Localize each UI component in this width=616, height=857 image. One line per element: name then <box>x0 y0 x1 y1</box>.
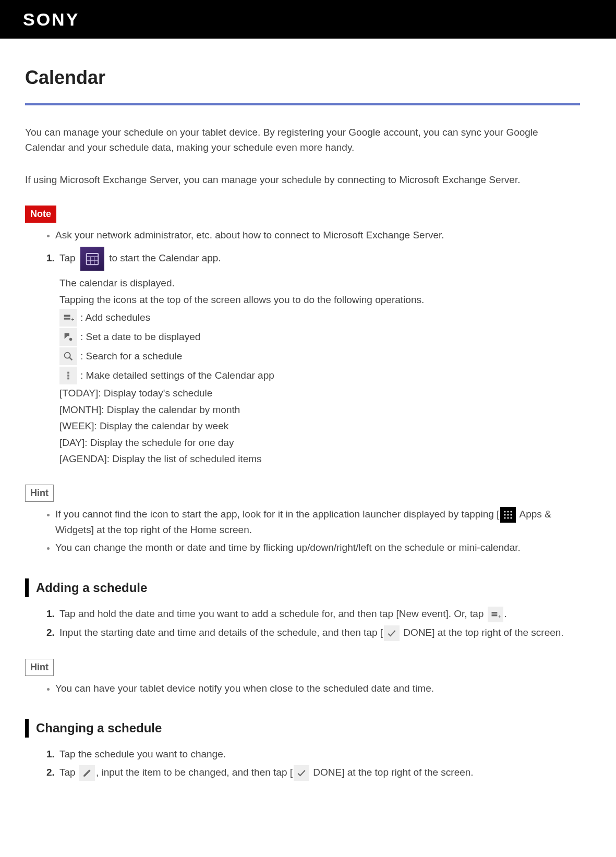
search-icon <box>59 347 77 365</box>
view-day: [DAY]: Display the schedule for one day <box>59 436 580 451</box>
icon-row-search-text: : Search for a schedule <box>80 349 182 364</box>
add-hint-item: You can have your tablet device notify y… <box>55 681 580 696</box>
step-1-text-pre: Tap <box>59 252 78 263</box>
svg-rect-12 <box>67 372 69 374</box>
adding-steps: Tap and hold the date and time you want … <box>25 607 580 641</box>
svg-rect-25 <box>491 613 498 614</box>
intro-block: You can manage your schedule on your tab… <box>25 125 580 155</box>
checkmark-icon <box>384 625 400 641</box>
add-step-1-post: . <box>504 608 507 619</box>
svg-rect-6 <box>64 317 71 318</box>
intro-paragraph-2: If using Microsoft Exchange Server, you … <box>25 173 580 188</box>
svg-point-21 <box>504 517 506 518</box>
calendar-app-icon <box>80 247 104 271</box>
hint-label-2: Hint <box>25 659 54 676</box>
svg-point-22 <box>508 517 509 518</box>
step-1-sub-line-2: Tapping the icons at the top of the scre… <box>59 293 580 308</box>
step-1-sub-line-1: The calendar is displayed. <box>59 276 580 291</box>
view-month: [MONTH]: Display the calendar by month <box>59 403 580 418</box>
icon-row-add: + : Add schedules <box>59 309 580 327</box>
add-step-2-post: DONE] at the top right of the screen. <box>401 627 564 638</box>
add-step-2-pre: Input the starting date and time and det… <box>59 627 383 638</box>
sony-logo: SONY <box>23 6 79 33</box>
view-today: [TODAY]: Display today's schedule <box>59 386 580 401</box>
changing-steps: Tap the schedule you want to change. Tap… <box>25 747 580 781</box>
overflow-menu-icon <box>59 367 77 384</box>
pencil-edit-icon <box>79 765 95 781</box>
icon-row-date: : Set a date to be displayed <box>59 328 580 346</box>
svg-rect-14 <box>67 378 69 380</box>
step-1-sub: The calendar is displayed. Tapping the i… <box>59 276 580 467</box>
view-agenda: [AGENDA]: Display the list of scheduled … <box>59 452 580 467</box>
svg-text:+: + <box>498 613 501 619</box>
hint-list-1: If you cannot find the icon to start the… <box>25 507 580 556</box>
svg-line-11 <box>69 357 73 360</box>
intro-block-2: If using Microsoft Exchange Server, you … <box>25 173 580 188</box>
header-bar: SONY <box>0 0 616 39</box>
set-date-icon <box>59 328 77 346</box>
hint-label-1: Hint <box>25 485 54 502</box>
change-step-1: Tap the schedule you want to change. <box>57 747 580 762</box>
checkmark-icon-2 <box>294 765 309 781</box>
icon-row-add-text: : Add schedules <box>80 310 150 325</box>
icon-row-date-text: : Set a date to be displayed <box>80 330 200 345</box>
svg-point-17 <box>511 511 512 512</box>
title-divider <box>25 103 580 105</box>
svg-point-15 <box>504 511 506 512</box>
icon-row-search: : Search for a schedule <box>59 347 580 365</box>
page-title: Calendar <box>25 64 580 92</box>
change-step-2-a: Tap <box>59 767 78 778</box>
add-step-2: Input the starting date and time and det… <box>57 625 580 641</box>
svg-marker-8 <box>65 333 69 339</box>
svg-point-16 <box>508 511 509 512</box>
main-steps: Tap to start the Calendar app. The calen… <box>25 247 580 467</box>
hint-item-1: If you cannot find the icon to start the… <box>55 507 580 538</box>
svg-text:+: + <box>71 317 75 322</box>
step-1: Tap to start the Calendar app. The calen… <box>57 247 580 467</box>
change-step-2-b: , input the item to be changed, and then… <box>96 767 293 778</box>
svg-point-23 <box>511 517 512 518</box>
hint-item-2: You can change the month or date and tim… <box>55 540 580 556</box>
intro-paragraph-1: You can manage your schedule on your tab… <box>25 125 580 155</box>
svg-point-9 <box>69 338 73 341</box>
section-changing: Changing a schedule <box>25 719 580 738</box>
svg-point-19 <box>508 514 509 515</box>
svg-rect-13 <box>67 375 69 377</box>
add-schedule-icon-inline: + <box>488 607 503 622</box>
view-week: [WEEK]: Display the calendar by week <box>59 419 580 434</box>
add-step-1-pre: Tap and hold the date and time you want … <box>59 608 487 619</box>
icon-row-settings: : Make detailed settings of the Calendar… <box>59 367 580 384</box>
icon-row-settings-text: : Make detailed settings of the Calendar… <box>80 368 274 383</box>
note-list: Ask your network administrator, etc. abo… <box>25 228 580 243</box>
add-schedule-icon: + <box>59 309 77 327</box>
apps-grid-icon <box>500 507 516 523</box>
hint-list-2: You can have your tablet device notify y… <box>25 681 580 696</box>
svg-point-18 <box>504 514 506 515</box>
svg-point-20 <box>511 514 512 515</box>
add-step-1: Tap and hold the date and time you want … <box>57 607 580 622</box>
note-item: Ask your network administrator, etc. abo… <box>55 228 580 243</box>
main-content: Calendar You can manage your schedule on… <box>0 39 605 809</box>
change-step-2-c: DONE] at the top right of the screen. <box>310 767 474 778</box>
change-step-2: Tap , input the item to be changed, and … <box>57 765 580 781</box>
hint-1-text-a: If you cannot find the icon to start the… <box>55 509 499 520</box>
note-label: Note <box>25 206 56 223</box>
note-block: Note Ask your network administrator, etc… <box>25 206 580 243</box>
step-1-text-post: to start the Calendar app. <box>106 252 221 263</box>
svg-rect-0 <box>87 254 99 264</box>
section-adding: Adding a schedule <box>25 578 580 597</box>
